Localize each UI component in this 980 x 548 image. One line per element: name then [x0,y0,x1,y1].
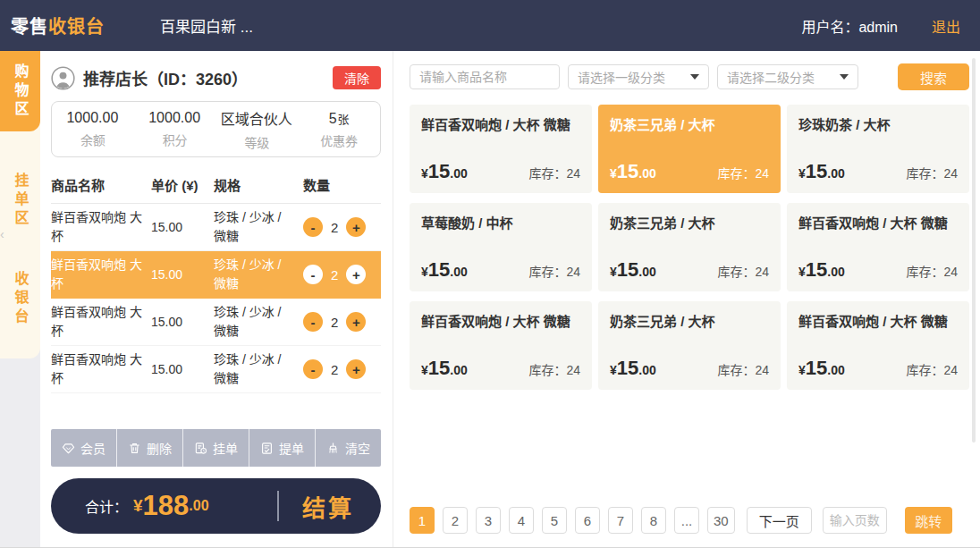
action-label: 删除 [147,439,172,457]
page-button[interactable]: 8 [641,507,666,534]
logout-button[interactable]: 退出 [932,15,960,37]
cart-item-price: 15.00 [151,267,214,282]
search-button[interactable]: 搜索 [898,63,969,90]
stat-label: 积分 [134,131,216,148]
product-name: 鲜百香双响炮 / 大杯 微糖 [798,310,958,333]
increase-qty-button[interactable]: + [346,312,366,332]
customer-stats: 1000.00 余额 1000.00 积分 区域合伙人 等级 5张 优惠券 [51,101,381,157]
customer-stat: 区域合伙人 等级 [216,107,299,151]
decrease-qty-button[interactable]: - [303,359,323,379]
decrease-qty-button[interactable]: - [303,312,323,332]
cart-item-name: 鲜百香双响炮 大杯 [51,350,151,388]
product-stock: 库存：24 [528,164,580,181]
product-card[interactable]: 珍珠奶茶 / 大杯 ¥15.00 库存：24 [787,105,969,193]
chevron-down-icon [840,74,849,80]
next-page-button[interactable]: 下一页 [747,507,812,534]
increase-qty-button[interactable]: + [346,359,366,379]
page-button[interactable]: 7 [608,507,633,534]
brand-primary: 零售 [11,17,48,37]
product-stock: 库存：24 [717,360,769,378]
left-section: 购物区 挂单区 收银台 ‹ [0,51,393,547]
product-stock: 库存：24 [906,360,958,378]
product-card[interactable]: 奶茶三兄弟 / 大杯 ¥15.00 库存：24 [598,301,781,390]
cart-row[interactable]: 鲜百香双响炮 大杯 15.00 珍珠 / 少冰 / 微糖 - 2 + [51,346,381,393]
product-card[interactable]: 奶茶三兄弟 / 大杯 ¥15.00 库存：24 [598,203,781,291]
stat-value: 5张 [298,110,380,127]
product-stock: 库存：24 [528,360,580,378]
cart-row[interactable]: 鲜百香双响炮 大杯 15.00 珍珠 / 少冰 / 微糖 - 2 + [51,204,381,251]
sidebar-tab[interactable]: 收银台 [0,249,40,348]
action-button[interactable]: 清空 [316,429,381,467]
total-label: 合计： [85,495,128,517]
sidebar: 购物区 挂单区 收银台 ‹ [0,51,40,547]
product-name: 鲜百香双响炮 / 大杯 微糖 [421,310,580,333]
decrease-qty-button[interactable]: - [303,217,323,237]
product-card[interactable]: 鲜百香双响炮 / 大杯 微糖 ¥15.00 库存：24 [787,203,969,291]
cart-item-spec: 珍珠 / 少冰 / 微糖 [214,350,303,388]
action-button[interactable]: 挂单 [183,429,249,467]
stat-value: 1000.00 [134,110,216,126]
customer-stat: 1000.00 积分 [134,110,216,148]
stat-label: 余额 [52,131,134,148]
clear-all-icon [326,442,340,455]
sidebar-filler [0,358,40,547]
cart-item-price: 15.00 [151,315,214,329]
total-bar: 合计： ¥ 188 .00 结算 [51,478,381,534]
product-name: 草莓酸奶 / 中杯 [421,212,580,235]
page-button[interactable]: 30 [707,507,735,534]
cart-item-name: 鲜百香双响炮 大杯 [51,256,151,293]
cart-table-header: 商品名称 单价 (¥) 规格 数量 [51,168,381,204]
page-number-input[interactable] [823,507,887,534]
product-card[interactable]: 草莓酸奶 / 中杯 ¥15.00 库存：24 [410,203,592,291]
product-grid: 鲜百香双响炮 / 大杯 微糖 ¥15.00 库存：24 奶茶三兄弟 / 大杯 [410,105,969,390]
product-card[interactable]: 鲜百香双响炮 / 大杯 微糖 ¥15.00 库存：24 [410,105,592,193]
product-name: 奶茶三兄弟 / 大杯 [610,114,769,137]
product-card[interactable]: 奶茶三兄弟 / 大杯 ¥15.00 库存：24 [598,105,781,193]
page-button[interactable]: 5 [542,507,567,534]
action-button[interactable]: 会员 [51,429,117,467]
cart-item-qty: 2 [331,220,338,235]
sidebar-tab[interactable]: 挂单区 [0,151,40,249]
category1-select[interactable]: 请选择一级分类 [568,64,709,89]
product-price: ¥15.00 [798,258,845,282]
collapse-chevron-icon[interactable]: ‹ [0,228,4,240]
action-button[interactable]: 提单 [249,429,316,467]
cart-item-price: 15.00 [151,362,214,376]
jump-button[interactable]: 跳转 [905,507,952,534]
product-card[interactable]: 鲜百香双响炮 / 大杯 微糖 ¥15.00 库存：24 [787,301,969,390]
customer-title: 推荐店长（ID：3260） [83,66,248,89]
checkout-button[interactable]: 结算 [302,490,354,523]
decrease-qty-button[interactable]: - [303,265,323,284]
total-currency: ¥ [133,496,143,516]
cart-panel: 推荐店长（ID：3260） 清除 1000.00 余额 1000.00 积分 区… [40,51,393,547]
sidebar-tab[interactable]: 购物区 [0,51,40,131]
topbar: 零售收银台 百果园白新 ... 用户名：admin 退出 [0,0,980,51]
page-button[interactable]: 6 [575,507,600,534]
product-stock: 库存：24 [906,262,958,280]
page-button[interactable]: ... [674,507,699,534]
cart-row[interactable]: 鲜百香双响炮 大杯 15.00 珍珠 / 少冰 / 微糖 - 2 + [51,299,381,346]
product-stock: 库存：24 [717,262,769,280]
increase-qty-button[interactable]: + [346,217,366,237]
category2-select[interactable]: 请选择二级分类 [717,64,858,89]
action-label: 挂单 [213,439,238,457]
page-button[interactable]: 1 [410,507,435,534]
product-price: ¥15.00 [421,160,468,183]
column-name: 商品名称 [51,175,151,194]
scrollbar[interactable] [972,58,976,443]
page-button[interactable]: 2 [443,507,468,534]
filter-bar: 请选择一级分类 请选择二级分类 搜索 [410,64,969,89]
page-button[interactable]: 3 [476,507,501,534]
action-label: 清空 [345,439,370,457]
cart-row[interactable]: 鲜百香双响炮 大杯 15.00 珍珠 / 少冰 / 微糖 - 2 + [51,251,381,299]
product-name: 奶茶三兄弟 / 大杯 [610,212,769,235]
product-card[interactable]: 鲜百香双响炮 / 大杯 微糖 ¥15.00 库存：24 [410,301,592,390]
clear-customer-button[interactable]: 清除 [333,66,381,89]
increase-qty-button[interactable]: + [346,265,366,284]
action-button[interactable]: 删除 [117,429,183,467]
product-search-input[interactable] [410,64,560,89]
total-amount-decimals: .00 [189,498,208,514]
username-label: 用户名：admin [801,15,898,37]
page-button[interactable]: 4 [509,507,534,534]
cart-rows: 鲜百香双响炮 大杯 15.00 珍珠 / 少冰 / 微糖 - 2 + 鲜百香双响… [51,204,381,393]
